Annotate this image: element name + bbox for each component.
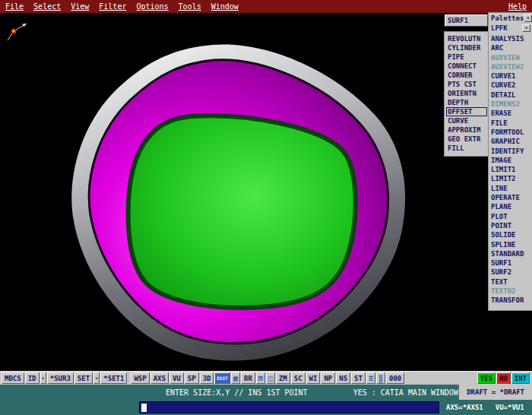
palette-item[interactable]: IDENTIFY <box>491 147 530 156</box>
menu-item[interactable]: Options <box>136 2 168 11</box>
exit-button[interactable]: EXIT <box>214 372 230 384</box>
palette-item[interactable]: ANALYSIS <box>491 34 530 43</box>
vu-button[interactable]: VU <box>169 372 184 384</box>
menu-item[interactable]: Tools <box>179 2 201 11</box>
palette-item[interactable]: SURF2 <box>491 268 530 277</box>
function-item[interactable]: CORNER <box>446 71 487 80</box>
zeros-button[interactable]: 000 <box>386 372 404 384</box>
palette-item[interactable]: ERASE <box>491 109 530 118</box>
menu-item[interactable]: View <box>71 2 89 11</box>
palette-item[interactable]: SPLINE <box>491 240 530 249</box>
function-item[interactable]: CYLINDER <box>446 43 487 52</box>
palette-item[interactable]: OPERATE <box>491 193 530 202</box>
palette-item[interactable]: SURF1 <box>491 258 530 268</box>
menu-item[interactable]: Filter <box>99 2 126 11</box>
list-icon[interactable]: ≡ <box>366 372 375 384</box>
function-item[interactable]: PTS CST <box>446 80 487 89</box>
current-surface-button[interactable]: *SUR3 <box>47 372 74 384</box>
frame-icon[interactable]: ◫ <box>266 372 275 384</box>
palette-item[interactable]: TEXT <box>491 277 530 287</box>
palette-item[interactable]: PLOT <box>491 212 530 221</box>
prompt-bar: ENTER SIZE:X,Y // INS 1ST POINT YES : CA… <box>0 385 532 400</box>
sc-button[interactable]: SC <box>291 372 306 384</box>
3d-button[interactable]: 3D <box>200 372 214 384</box>
ns-button[interactable]: NS <box>336 372 350 384</box>
palette-item[interactable]: ARC <box>491 43 530 52</box>
function-item[interactable]: ORIENTN <box>446 89 487 98</box>
set-dropdown-arrow-icon[interactable]: ▾ <box>93 372 100 384</box>
br-button[interactable]: BR <box>241 372 255 384</box>
palette-item[interactable]: CURVE2 <box>491 81 530 90</box>
function-item[interactable]: OFFSET <box>446 107 487 116</box>
wsp-button[interactable]: WSP <box>131 372 149 384</box>
input-bar: AXS=*AXS1 VU=*VU1 <box>0 400 532 415</box>
palettes-title: Palettes <box>491 14 524 22</box>
palette-mode-dropdown-icon[interactable]: ▾ <box>522 24 530 32</box>
current-axis-label: AXS=*AXS1 <box>446 404 483 411</box>
grid-icon[interactable]: ▦ <box>231 372 240 384</box>
draft-indicator: DRAFT = *DRAFT <box>458 385 532 400</box>
yes-button[interactable]: YES <box>477 372 496 384</box>
function-item[interactable]: GEO EXTR <box>446 135 487 144</box>
palette-item[interactable]: AUXVIEW2 <box>491 62 530 71</box>
function-panel-title: SURF1 <box>445 14 488 27</box>
text-cursor <box>141 404 147 412</box>
palette-item[interactable]: LIMIT1 <box>491 165 530 174</box>
palette-item[interactable]: SOLIDE <box>491 230 530 239</box>
menu-item[interactable]: Window <box>211 2 239 11</box>
st-button[interactable]: ST <box>351 372 366 384</box>
zm-button[interactable]: ZM <box>276 372 290 384</box>
palettes-dropdown-icon[interactable]: ▾ <box>524 14 532 22</box>
function-item[interactable]: FILL <box>446 144 487 153</box>
no-button[interactable]: NO <box>496 372 511 384</box>
palette-item[interactable]: IMAGE <box>491 156 530 165</box>
surface-function-list: REVOLUTN CYLINDER PIPE CONNECT CORNER PT… <box>445 32 488 156</box>
palette-item[interactable]: CURVE1 <box>491 71 530 81</box>
mbcs-button[interactable]: MBCS <box>2 372 24 384</box>
menu-item[interactable]: Select <box>33 2 61 11</box>
palette-item[interactable]: POINT <box>491 221 530 230</box>
palette-item[interactable]: TRANSFOR <box>491 296 530 305</box>
id-dropdown-arrow-icon[interactable]: ▾ <box>40 372 46 384</box>
palette-item[interactable]: TEXTD2 <box>491 287 530 296</box>
function-item[interactable]: REVOLUTN <box>446 34 487 43</box>
function-item[interactable]: CONNECT <box>446 62 487 71</box>
palette-item[interactable]: GRAPHIC <box>491 137 530 146</box>
command-input[interactable] <box>139 401 439 413</box>
menubar: File Select View Filter Options Tools Wi… <box>0 0 532 13</box>
set-button[interactable]: SET <box>74 372 93 384</box>
palette-item[interactable]: PLANE <box>491 202 530 211</box>
palette-item[interactable]: DIMENS2 <box>491 100 530 109</box>
status-message: YES : CATIA MAIN WINDOW <box>353 388 458 397</box>
pause-icon[interactable]: ‖ <box>376 372 385 384</box>
palettes-panel: Palettes ▾ LPFK ▾ ANALYSIS ARC AUXVIEW A… <box>489 13 532 310</box>
function-item[interactable]: CURVE <box>446 116 487 125</box>
palette-item[interactable]: DETAIL <box>491 90 530 100</box>
menu-item[interactable]: File <box>5 2 24 11</box>
palette-mode-label: LPFK <box>491 24 508 32</box>
palette-item[interactable]: FILE <box>491 119 530 128</box>
current-set-button[interactable]: *SET1 <box>100 372 127 384</box>
palette-list: ANALYSIS ARC AUXVIEW AUXVIEW2 CURVE1 CUR… <box>491 34 530 306</box>
function-item[interactable]: DEPTH <box>446 98 487 107</box>
np-button[interactable]: NP <box>321 372 335 384</box>
palette-item[interactable]: LIMIT2 <box>491 174 530 183</box>
id-button[interactable]: ID <box>25 372 40 384</box>
wi-button[interactable]: WI <box>306 372 321 384</box>
palette-item[interactable]: FORMTOOL <box>491 128 530 137</box>
function-panel: SURF1 REVOLUTN CYLINDER PIPE CONNECT COR… <box>445 14 488 156</box>
sp-button[interactable]: SP <box>185 372 199 384</box>
cube-icon[interactable]: ⊞ <box>256 372 265 384</box>
prompt-text: ENTER SIZE:X,Y // INS 1ST POINT <box>166 388 308 397</box>
base-surface-green <box>128 116 356 308</box>
current-view-label: VU=*VU1 <box>496 404 524 411</box>
palette-item[interactable]: AUXVIEW <box>491 53 530 62</box>
axs-button[interactable]: AXS <box>150 372 169 384</box>
function-item[interactable]: PIPE <box>446 52 487 62</box>
menu-item-help[interactable]: Help <box>508 2 527 11</box>
function-item[interactable]: APPROXIM <box>446 125 487 135</box>
palette-item[interactable]: LINE <box>491 184 530 193</box>
toolbar: MBCS ID ▾ *SUR3 SET ▾ *SET1 WSP AXS VU S… <box>0 371 532 385</box>
int-button[interactable]: INT <box>511 372 530 384</box>
palette-item[interactable]: STANDARD <box>491 249 530 258</box>
